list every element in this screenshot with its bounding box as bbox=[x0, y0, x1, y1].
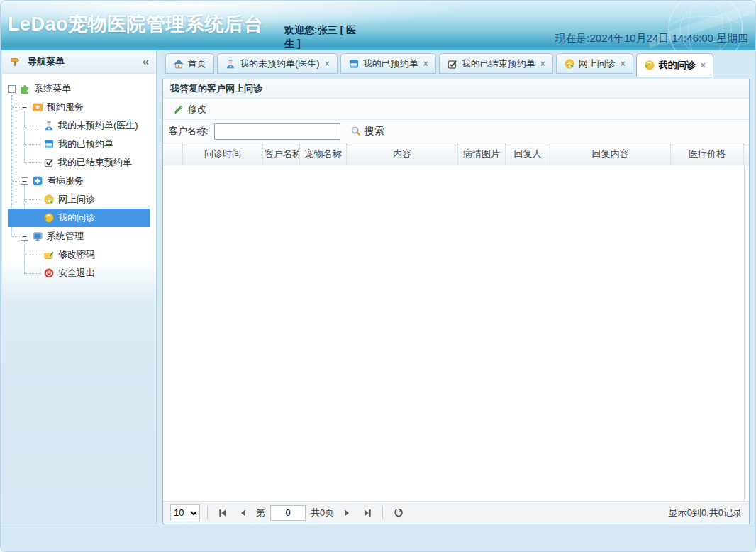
nav-tree: 系统菜单 预约服务 我的未预约单(医生) 我的已预约单 我的已结束预约单 bbox=[2, 74, 156, 282]
tree-node-label: 我的未预约单(医生) bbox=[58, 119, 138, 132]
tab-strip: 首页 我的未预约单(医生) × 我的已预约单 × 我的已结束预约单 × 网上问诊… bbox=[162, 50, 750, 74]
tree-node-label: 系统菜单 bbox=[34, 82, 71, 95]
tab-close-icon[interactable]: × bbox=[325, 60, 330, 68]
tree-node-logout[interactable]: 安全退出 bbox=[8, 264, 150, 282]
tree-node-my-finished[interactable]: 我的已结束预约单 bbox=[8, 153, 150, 172]
page-size-select[interactable]: 10 bbox=[170, 504, 200, 521]
page-suffix-label: 共0页 bbox=[311, 507, 334, 519]
search-button[interactable]: 搜索 bbox=[350, 125, 384, 138]
sidebar-collapse-button[interactable]: « bbox=[143, 55, 149, 68]
grid-header: 问诊时间 客户名称 宠物名称 内容 病情图片 回复人 回复内容 医疗价格 bbox=[163, 143, 749, 165]
collapse-box-icon[interactable] bbox=[21, 233, 28, 241]
doctor-icon bbox=[225, 58, 236, 70]
collapse-box-icon[interactable] bbox=[21, 104, 28, 111]
tree-node-system-manage[interactable]: 系统管理 bbox=[8, 227, 150, 245]
prev-page-button[interactable] bbox=[235, 505, 251, 521]
grid-column-header bbox=[163, 143, 183, 165]
puzzle-icon bbox=[19, 83, 30, 94]
welcome-text: 欢迎您:张三 [ 医生 ] bbox=[284, 23, 364, 50]
logout-icon bbox=[43, 267, 55, 279]
collapse-box-icon[interactable] bbox=[21, 177, 28, 185]
edit-button-label: 修改 bbox=[188, 103, 206, 116]
tree-node-label: 系统管理 bbox=[47, 230, 84, 243]
medical-icon bbox=[32, 175, 43, 187]
pager: 10 第 共0页 显示0到0,共0记录 bbox=[163, 501, 749, 524]
tab-label: 网上问诊 bbox=[579, 57, 616, 70]
tab-label: 我的已预约单 bbox=[363, 57, 418, 70]
next-page-button[interactable] bbox=[339, 505, 355, 521]
grid-column-header[interactable]: 客户名称 bbox=[263, 143, 300, 165]
header-banner: LeDao宠物医院管理系统后台 欢迎您:张三 [ 医生 ] 现在是:2024年1… bbox=[1, 1, 755, 50]
tab-home[interactable]: 首页 bbox=[165, 53, 214, 74]
tab-online-consult[interactable]: 网上问诊 × bbox=[556, 53, 633, 74]
reservation-icon bbox=[32, 101, 43, 113]
my-consult-icon bbox=[43, 212, 55, 223]
pager-separator bbox=[382, 506, 383, 519]
tree-node-label: 看病服务 bbox=[47, 175, 84, 187]
home-icon bbox=[173, 58, 184, 70]
grid-column-header[interactable]: 病情图片 bbox=[458, 143, 506, 165]
sidebar-header: 导航菜单 « bbox=[2, 50, 156, 74]
grid-column-header[interactable]: 内容 bbox=[347, 143, 458, 165]
tab-close-icon[interactable]: × bbox=[701, 61, 706, 70]
monitor-icon bbox=[32, 231, 43, 242]
tree-node-change-password[interactable]: 修改密码 bbox=[8, 245, 150, 264]
tab-label: 首页 bbox=[188, 57, 206, 70]
tree-node-my-reserved[interactable]: 我的已预约单 bbox=[8, 135, 150, 153]
tree-node-system-menu[interactable]: 系统菜单 bbox=[8, 79, 150, 98]
badge-icon bbox=[348, 58, 360, 70]
my-consult-icon bbox=[644, 60, 655, 71]
pager-summary: 显示0到0,共0记录 bbox=[669, 507, 742, 519]
grid-right-edge bbox=[744, 165, 745, 501]
tree-node-reservation-service[interactable]: 预约服务 bbox=[8, 98, 150, 116]
customer-name-input[interactable] bbox=[214, 123, 340, 140]
tree-node-label: 我的已预约单 bbox=[58, 138, 113, 150]
next-page-icon bbox=[341, 507, 352, 519]
online-consult-icon bbox=[564, 58, 575, 70]
pencil-icon bbox=[173, 104, 184, 115]
password-icon bbox=[43, 249, 55, 260]
prev-page-icon bbox=[238, 507, 249, 519]
doctor-icon bbox=[43, 120, 55, 131]
content-panel: 我答复的客户网上问诊 修改 客户名称: 搜索 问诊时间 客户名称 宠物名称 bbox=[162, 79, 750, 524]
grid-column-header[interactable]: 宠物名称 bbox=[300, 143, 347, 165]
checkbox-icon bbox=[43, 157, 55, 168]
current-datetime: 现在是:2024年10月24日 14:46:00 星期四 bbox=[555, 32, 748, 45]
toolbar: 修改 bbox=[163, 99, 749, 120]
tree-node-my-consult[interactable]: 我的问诊 bbox=[8, 209, 150, 227]
search-bar: 客户名称: 搜索 bbox=[163, 120, 749, 143]
sidebar: 导航菜单 « 系统菜单 预约服务 bbox=[2, 50, 157, 524]
tab-my-unreserved[interactable]: 我的未预约单(医生) × bbox=[217, 53, 338, 74]
edit-button[interactable]: 修改 bbox=[169, 101, 211, 117]
tab-my-finished[interactable]: 我的已结束预约单 × bbox=[439, 53, 553, 74]
grid-column-header[interactable]: 问诊时间 bbox=[183, 143, 263, 165]
tree-node-online-consult[interactable]: 网上问诊 bbox=[8, 190, 150, 209]
tab-my-consult[interactable]: 我的问诊 × bbox=[636, 53, 713, 77]
signpost-icon bbox=[9, 56, 21, 67]
grid-column-header[interactable]: 回复内容 bbox=[550, 143, 671, 165]
refresh-button[interactable] bbox=[390, 505, 406, 521]
search-button-label: 搜索 bbox=[365, 125, 384, 138]
grid-column-header[interactable]: 医疗价格 bbox=[671, 143, 744, 165]
collapse-box-icon[interactable] bbox=[8, 85, 16, 93]
last-page-button[interactable] bbox=[360, 505, 375, 521]
grid-body bbox=[163, 165, 749, 501]
page-number-input[interactable] bbox=[270, 505, 306, 521]
magnifier-icon bbox=[350, 126, 362, 137]
checkbox-icon bbox=[447, 58, 458, 70]
page-prefix-label: 第 bbox=[256, 507, 265, 519]
refresh-icon bbox=[392, 507, 404, 519]
app-window: LeDao宠物医院管理系统后台 欢迎您:张三 [ 医生 ] 现在是:2024年1… bbox=[0, 0, 756, 552]
tab-my-reserved[interactable]: 我的已预约单 × bbox=[340, 53, 436, 74]
grid-column-header[interactable]: 回复人 bbox=[506, 143, 550, 165]
tab-label: 我的已结束预约单 bbox=[462, 57, 535, 70]
tree-node-my-unreserved[interactable]: 我的未预约单(医生) bbox=[8, 116, 150, 135]
tree-node-label: 安全退出 bbox=[58, 267, 95, 280]
badge-icon bbox=[43, 138, 55, 150]
tab-close-icon[interactable]: × bbox=[540, 60, 545, 68]
tree-node-medical-service[interactable]: 看病服务 bbox=[8, 172, 150, 190]
tab-close-icon[interactable]: × bbox=[423, 60, 428, 68]
search-label: 客户名称: bbox=[169, 125, 209, 138]
first-page-button[interactable] bbox=[215, 505, 230, 521]
tab-close-icon[interactable]: × bbox=[621, 60, 626, 68]
